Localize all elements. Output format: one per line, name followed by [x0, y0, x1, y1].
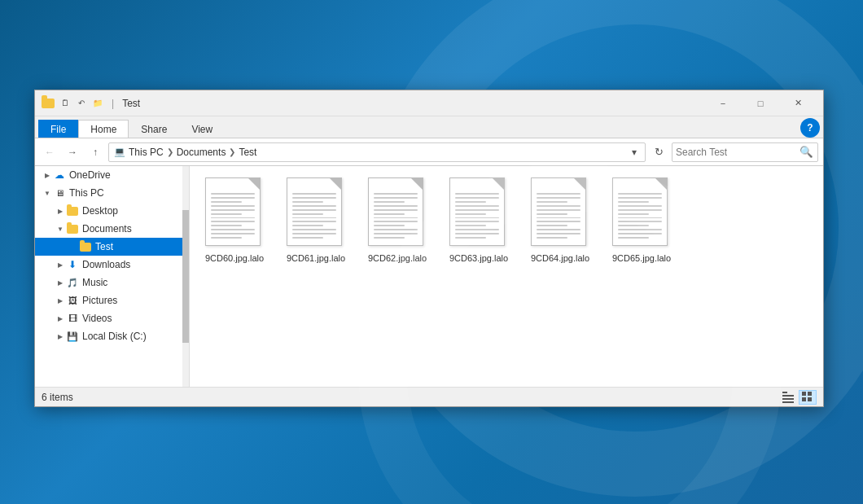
- expand-music-icon: ▶: [55, 277, 66, 288]
- doc-line: [211, 225, 242, 226]
- explorer-window: 🗒 ↶ 📁 | Test − □ ✕ File Home Share View …: [34, 90, 824, 407]
- file-thumbnail: [368, 177, 427, 249]
- doc-line: [455, 221, 499, 222]
- file-thumbnail: [449, 177, 508, 249]
- doc-line: [374, 225, 405, 226]
- sidebar-label-downloads: Downloads: [82, 259, 130, 270]
- sidebar-label-desktop: Desktop: [82, 205, 118, 217]
- breadcrumb-sep-2: ❯: [229, 147, 235, 156]
- svg-rect-5: [808, 392, 812, 396]
- sidebar-item-onedrive[interactable]: ▶ ☁ OneDrive: [35, 166, 189, 184]
- sidebar-item-local-disk[interactable]: ▶ 💾 Local Disk (C:): [35, 327, 189, 345]
- sidebar-label-pictures: Pictures: [82, 295, 117, 306]
- sidebar-item-this-pc[interactable]: ▼ 🖥 This PC: [35, 184, 189, 202]
- search-submit-button[interactable]: 🔍: [798, 144, 814, 160]
- doc-line: [292, 205, 336, 207]
- status-bar: 6 items: [35, 387, 823, 406]
- doc-line: [618, 225, 649, 226]
- breadcrumb-sep-1: ❯: [167, 147, 173, 156]
- breadcrumb-documents[interactable]: Documents: [177, 147, 226, 158]
- doc-line: [618, 233, 662, 234]
- file-name: 9CD65.jpg.lalo: [612, 252, 671, 264]
- file-thumbnail: [287, 177, 345, 249]
- sidebar-item-test[interactable]: Test: [35, 238, 189, 256]
- help-button[interactable]: ?: [800, 118, 820, 138]
- doc-line: [618, 209, 662, 211]
- file-item[interactable]: 9CD60.jpg.lalo: [198, 174, 271, 267]
- expand-test-icon: [68, 241, 79, 252]
- tab-view[interactable]: View: [179, 120, 225, 138]
- file-item[interactable]: 9CD61.jpg.lalo: [279, 174, 353, 267]
- disk-icon: 💾: [66, 330, 79, 343]
- doc-line: [374, 221, 418, 222]
- file-item[interactable]: 9CD63.jpg.lalo: [442, 174, 515, 267]
- close-button[interactable]: ✕: [779, 90, 817, 116]
- large-icons-view-button[interactable]: [799, 390, 817, 405]
- minimize-button[interactable]: −: [704, 90, 742, 116]
- quick-new-folder-btn[interactable]: 📁: [90, 96, 105, 111]
- doc-line: [455, 233, 499, 234]
- window-controls: − □ ✕: [704, 90, 817, 116]
- computer-icon: 🖥: [53, 186, 66, 199]
- expand-disk-icon: ▶: [55, 331, 66, 342]
- doc-icon: [531, 177, 586, 246]
- sidebar-item-pictures[interactable]: ▶ 🖼 Pictures: [35, 291, 189, 309]
- item-count: 6 items: [42, 392, 779, 403]
- doc-icon: [287, 177, 342, 246]
- sidebar-item-documents[interactable]: ▼ Documents: [35, 220, 189, 238]
- address-bar[interactable]: 💻 This PC ❯ Documents ❯ Test ▾: [108, 142, 646, 162]
- navigation-bar: ← → ↑ 💻 This PC ❯ Documents ❯ Test ▾ ↻ 🔍: [35, 138, 823, 166]
- maximize-button[interactable]: □: [742, 90, 779, 116]
- doc-line: [537, 197, 580, 199]
- file-thumbnail: [612, 177, 671, 249]
- breadcrumb-test[interactable]: Test: [239, 147, 256, 158]
- doc-line: [292, 217, 336, 219]
- doc-line: [537, 221, 580, 222]
- quick-properties-btn[interactable]: 🗒: [58, 96, 72, 111]
- doc-line: [211, 197, 255, 199]
- doc-icon: [612, 177, 668, 246]
- file-thumbnail: [531, 177, 589, 249]
- tab-home[interactable]: Home: [78, 120, 129, 138]
- search-input[interactable]: [676, 147, 798, 158]
- file-item[interactable]: 9CD65.jpg.lalo: [605, 174, 678, 267]
- details-view-button[interactable]: [779, 390, 797, 405]
- doc-line: [455, 193, 499, 195]
- doc-line: [292, 213, 323, 215]
- doc-line: [211, 201, 242, 203]
- address-chevron-icon[interactable]: ▾: [629, 147, 640, 158]
- doc-line: [537, 193, 580, 195]
- sidebar-scrollbar[interactable]: [182, 166, 189, 387]
- quick-access-toolbar: 🗒 ↶ 📁: [58, 96, 105, 111]
- refresh-button[interactable]: ↻: [649, 142, 668, 162]
- breadcrumb-this-pc[interactable]: 💻 This PC: [114, 147, 164, 158]
- doc-lines: [292, 193, 336, 239]
- up-button[interactable]: ↑: [85, 142, 105, 162]
- tab-share[interactable]: Share: [129, 120, 179, 138]
- window-title: Test: [117, 98, 704, 109]
- doc-line: [292, 237, 323, 239]
- doc-icon: [449, 177, 505, 246]
- sidebar-item-downloads[interactable]: ▶ ⬇ Downloads: [35, 256, 189, 274]
- doc-line: [537, 205, 580, 207]
- title-bar: 🗒 ↶ 📁 | Test − □ ✕: [35, 90, 823, 116]
- search-bar[interactable]: 🔍: [672, 142, 818, 162]
- file-item[interactable]: 9CD62.jpg.lalo: [361, 174, 434, 267]
- sidebar-item-music[interactable]: ▶ 🎵 Music: [35, 274, 189, 291]
- sidebar-item-desktop[interactable]: ▶ Desktop: [35, 202, 189, 220]
- back-button[interactable]: ←: [40, 142, 59, 162]
- doc-line: [292, 197, 336, 199]
- sidebar-item-videos[interactable]: ▶ 🎞 Videos: [35, 309, 189, 327]
- quick-undo-btn[interactable]: ↶: [74, 96, 89, 111]
- doc-line: [374, 209, 418, 211]
- file-item[interactable]: 9CD64.jpg.lalo: [523, 174, 597, 267]
- music-icon: 🎵: [66, 276, 79, 289]
- videos-icon: 🎞: [66, 312, 79, 325]
- doc-line: [537, 233, 580, 234]
- doc-line: [537, 237, 567, 239]
- tab-file[interactable]: File: [38, 120, 78, 138]
- title-separator: |: [112, 98, 114, 109]
- ribbon-tabs: File Home Share View ?: [35, 116, 823, 138]
- doc-line: [292, 221, 336, 222]
- forward-button[interactable]: →: [63, 142, 82, 162]
